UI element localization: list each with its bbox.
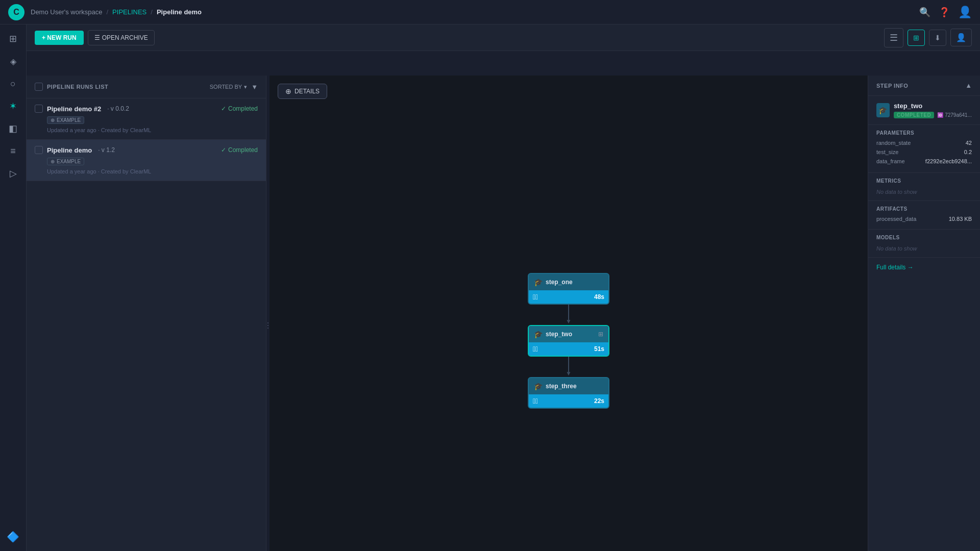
step-footer: ✓⃝ 48s	[529, 290, 608, 304]
reports-icon: ≡	[10, 146, 16, 157]
run-badge: ⊕ EXAMPLE	[47, 116, 84, 124]
step-info-name: step_two	[894, 102, 972, 110]
step-info-name-block: step_two COMPLETED 🆔 7279a641...	[894, 102, 972, 118]
run-version: · v 0.0.2	[107, 105, 129, 112]
search-icon[interactable]: 🔍	[919, 7, 930, 18]
action-icon: ⊞	[598, 331, 603, 338]
models-empty: No data to show	[876, 245, 917, 252]
check-icon: ✓	[221, 105, 226, 112]
full-details-link[interactable]: Full details →	[868, 258, 980, 277]
models-section: MODELS No data to show	[868, 230, 980, 258]
artifact-size: 10.83 KB	[949, 216, 972, 222]
pipeline-flow: 🎓 step_one ✓⃝ 48s ▼ 🎓 step	[270, 106, 868, 551]
step-card-step-one[interactable]: 🎓 step_one ✓⃝ 48s	[528, 273, 609, 305]
artifact-name: processed_data	[876, 216, 916, 222]
filter-button[interactable]: ▼	[251, 83, 258, 91]
step-name: step_one	[546, 279, 573, 286]
step-info-icon: 🎓	[876, 103, 890, 117]
toolbar: + NEW RUN ☰ OPEN ARCHIVE ☰ ⊞ ⬇ 👤	[27, 24, 980, 51]
pipelines-icon: ✶	[9, 101, 17, 112]
id-icon: 🆔	[937, 112, 943, 118]
collapse-icon[interactable]: ▲	[965, 82, 972, 89]
breadcrumb: Demo User's workspace / PIPELINES / Pipe…	[31, 8, 202, 16]
run-meta: Updated a year ago · Created by ClearML	[47, 127, 258, 133]
user-run-button[interactable]: 👤	[950, 29, 972, 46]
runs-panel: PIPELINE RUNS LIST SORTED BY ▾ ▼ Pipelin…	[27, 76, 266, 551]
step-check-icon: ✓⃝	[533, 345, 538, 353]
step-connector: ▼	[566, 305, 572, 325]
chevron-down-icon: ▾	[244, 84, 247, 90]
connector-arrow-icon: ▼	[566, 370, 572, 377]
step-info-name-row: 🎓 step_two COMPLETED 🆔 7279a641...	[868, 96, 980, 125]
sidebar-item-models[interactable]: ○	[3, 73, 23, 94]
sidebar-item-dashboard[interactable]: ⊞	[3, 29, 23, 49]
parameters-section: PARAMETERS random_state 42 test_size 0.2…	[868, 125, 980, 173]
dataview-icon: ◧	[9, 123, 17, 134]
sidebar-item-integrations[interactable]: 🔷	[3, 527, 23, 547]
step-name: step_two	[546, 331, 572, 338]
step-icon: 🎓	[534, 278, 543, 286]
run-meta: Updated a year ago · Created by ClearML	[47, 168, 258, 174]
workspace-label[interactable]: Demo User's workspace	[31, 8, 102, 16]
topbar-actions: 🔍 ❓ 👤	[919, 6, 972, 19]
sidebar-item-dataview[interactable]: ◧	[3, 118, 23, 139]
badge-icon: ⊕	[51, 159, 55, 164]
metrics-title: METRICS	[876, 178, 972, 184]
run-badge: ⊕ EXAMPLE	[47, 158, 84, 165]
integrations-icon: 🔷	[7, 531, 19, 543]
runs-panel-title: PIPELINE RUNS LIST	[47, 84, 108, 90]
run-checkbox[interactable]	[35, 146, 43, 154]
param-key: test_size	[876, 149, 898, 155]
current-page-label: Pipeline demo	[157, 8, 202, 16]
step-footer: ✓⃝ 22s	[529, 394, 608, 408]
select-all-checkbox[interactable]	[35, 83, 43, 91]
toolbar-right: ☰ ⊞ ⬇ 👤	[884, 28, 972, 47]
pipelines-label[interactable]: PIPELINES	[112, 8, 146, 16]
param-row: data_frame f2292e2ecb9248...	[876, 158, 972, 164]
details-icon: ⊕	[285, 87, 291, 95]
run-name: Pipeline demo	[47, 146, 92, 154]
list-view-button[interactable]: ☰	[884, 28, 903, 47]
param-value: 0.2	[964, 149, 972, 155]
step-card-step-two[interactable]: 🎓 step_two ⊞ ✓⃝ 51s	[528, 325, 609, 357]
run-checkbox[interactable]	[35, 105, 43, 113]
sidebar-item-experiments[interactable]: ◈	[3, 51, 23, 71]
grid-view-button[interactable]: ⊞	[908, 30, 925, 46]
sort-button[interactable]: SORTED BY ▾	[210, 84, 247, 90]
sidebar-item-reports[interactable]: ≡	[3, 141, 23, 161]
status-badge: COMPLETED	[894, 112, 934, 118]
param-value: f2292e2ecb9248...	[925, 158, 972, 164]
step-connector: ▼	[566, 357, 572, 377]
drag-dots	[267, 322, 268, 329]
archive-icon: ☰	[94, 34, 100, 41]
run-version: · v 1.2	[98, 146, 115, 154]
open-archive-button[interactable]: ☰ OPEN ARCHIVE	[88, 30, 155, 45]
new-run-button[interactable]: + NEW RUN	[35, 31, 84, 45]
download-button[interactable]: ⬇	[929, 30, 946, 46]
artifacts-title: ARTIFACTS	[876, 206, 972, 212]
param-key: random_state	[876, 140, 911, 146]
user-avatar[interactable]: 👤	[958, 6, 972, 19]
run-item-header: Pipeline demo · v 1.2 ✓ Completed	[35, 146, 258, 154]
main-layout: PIPELINE RUNS LIST SORTED BY ▾ ▼ Pipelin…	[27, 49, 980, 551]
help-icon[interactable]: ❓	[939, 7, 950, 18]
details-tab[interactable]: ⊕ DETAILS	[278, 84, 327, 99]
models-title: MODELS	[876, 235, 972, 240]
step-header: 🎓 step_two ⊞	[529, 326, 608, 342]
orchestration-icon: ▷	[10, 168, 17, 179]
step-name: step_three	[546, 383, 577, 390]
param-key: data_frame	[876, 158, 905, 164]
connector-arrow-icon: ▼	[566, 318, 572, 325]
step-id-badge: 🆔 7279a641...	[937, 112, 972, 118]
sidebar-bottom: 🔷	[3, 527, 23, 547]
sidebar: ⊞ ◈ ○ ✶ ◧ ≡ ▷ 🔷	[0, 24, 27, 551]
sidebar-item-pipelines[interactable]: ✶	[3, 96, 23, 116]
param-row: random_state 42	[876, 140, 972, 146]
breadcrumb-sep2: /	[151, 8, 153, 16]
sidebar-item-orchestration[interactable]: ▷	[3, 163, 23, 184]
run-item[interactable]: Pipeline demo · v 1.2 ✓ Completed ⊕ EXAM…	[27, 140, 266, 181]
step-card-step-three[interactable]: 🎓 step_three ✓⃝ 22s	[528, 377, 609, 409]
param-row: test_size 0.2	[876, 149, 972, 155]
artifacts-section: ARTIFACTS processed_data 10.83 KB	[868, 201, 980, 230]
run-item[interactable]: Pipeline demo #2 · v 0.0.2 ✓ Completed ⊕…	[27, 98, 266, 140]
